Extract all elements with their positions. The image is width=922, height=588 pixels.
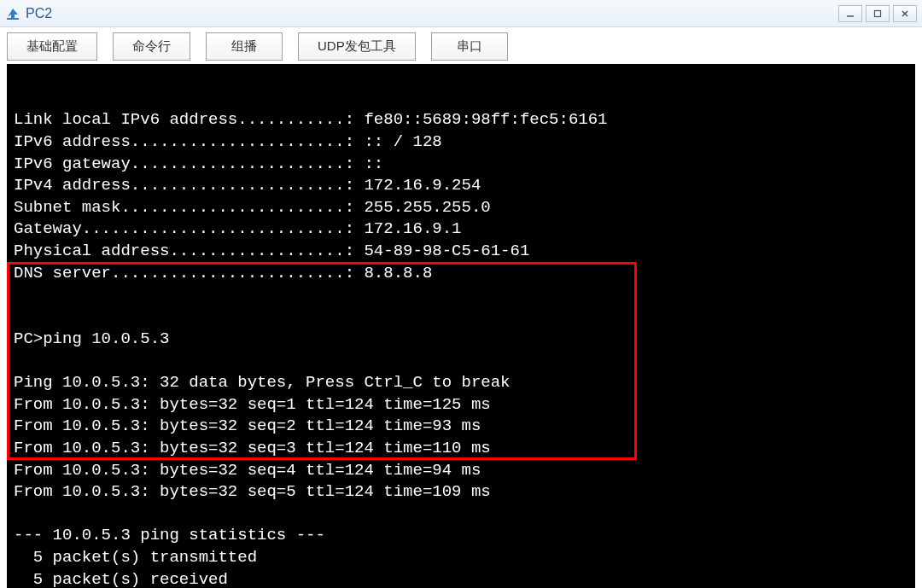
tab-multicast[interactable]: 组播 <box>206 32 283 61</box>
terminal-line: Gateway...........................: 172.… <box>14 218 908 241</box>
terminal-line: Subnet mask.......................: 255.… <box>14 197 908 219</box>
terminal-line: PC>ping 10.0.5.3 <box>14 329 908 351</box>
app-icon <box>5 6 20 21</box>
terminal-line <box>14 284 908 306</box>
terminal-line: --- 10.0.5.3 ping statistics --- <box>14 525 908 547</box>
terminal-line <box>14 350 908 372</box>
terminal-line: IPv4 address......................: 172.… <box>14 175 908 197</box>
svg-rect-2 <box>875 10 881 16</box>
window-title: PC2 <box>26 6 838 21</box>
terminal-output[interactable]: Link local IPv6 address...........: fe80… <box>7 64 915 588</box>
terminal-line: From 10.0.5.3: bytes=32 seq=5 ttl=124 ti… <box>14 481 908 504</box>
terminal-line: IPv6 address......................: :: /… <box>14 131 908 154</box>
terminal-line <box>14 504 908 526</box>
terminal-line: Physical address..................: 54-8… <box>14 241 908 263</box>
terminal-line: From 10.0.5.3: bytes=32 seq=4 ttl=124 ti… <box>14 460 908 482</box>
terminal-line: Link local IPv6 address...........: fe80… <box>14 109 908 131</box>
terminal-line: IPv6 gateway......................: :: <box>14 154 908 176</box>
svg-rect-0 <box>7 18 19 20</box>
tab-command-line[interactable]: 命令行 <box>113 32 190 61</box>
tab-basic-config[interactable]: 基础配置 <box>7 32 97 61</box>
minimize-button[interactable] <box>838 5 862 22</box>
maximize-button[interactable] <box>866 5 890 22</box>
terminal-line: From 10.0.5.3: bytes=32 seq=1 ttl=124 ti… <box>14 394 908 416</box>
terminal-line: 5 packet(s) transmitted <box>14 547 908 569</box>
titlebar: PC2 <box>0 0 922 27</box>
tab-bar: 基础配置 命令行 组播 UDP发包工具 串口 <box>0 27 922 61</box>
close-button[interactable] <box>893 5 917 22</box>
terminal-line: Ping 10.0.5.3: 32 data bytes, Press Ctrl… <box>14 372 908 394</box>
tab-udp-tool[interactable]: UDP发包工具 <box>298 32 416 61</box>
window-controls <box>838 5 917 22</box>
terminal-line: From 10.0.5.3: bytes=32 seq=2 ttl=124 ti… <box>14 416 908 438</box>
terminal-line: DNS server........................: 8.8.… <box>14 263 908 285</box>
terminal-line <box>14 306 908 329</box>
tab-serial[interactable]: 串口 <box>431 32 508 61</box>
terminal-line: 5 packet(s) received <box>14 569 908 588</box>
terminal-line: From 10.0.5.3: bytes=32 seq=3 ttl=124 ti… <box>14 438 908 460</box>
